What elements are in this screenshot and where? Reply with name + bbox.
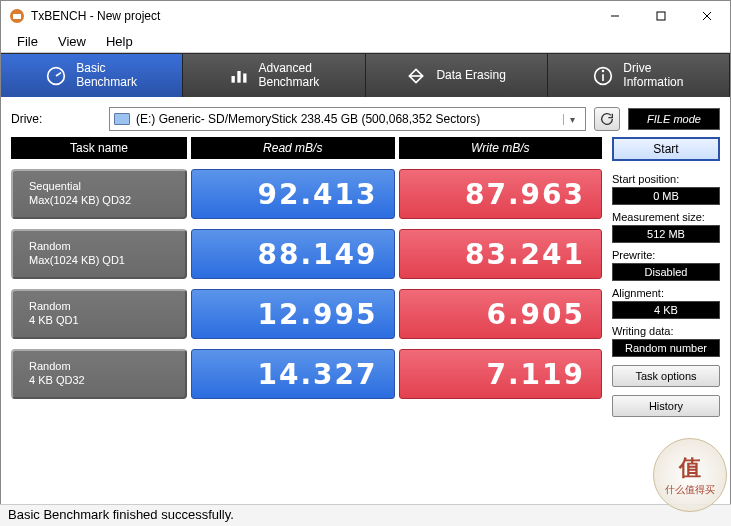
tab-basic-benchmark[interactable]: Basic Benchmark bbox=[1, 54, 183, 97]
menubar: File View Help bbox=[1, 31, 730, 53]
start-position-value[interactable]: 0 MB bbox=[612, 187, 720, 205]
tab-label: Data Erasing bbox=[436, 69, 505, 83]
gauge-icon bbox=[46, 66, 66, 86]
bar-chart-icon bbox=[229, 66, 249, 86]
writing-data-value[interactable]: Random number bbox=[612, 339, 720, 357]
drive-icon bbox=[114, 113, 130, 125]
close-button[interactable] bbox=[684, 1, 730, 31]
start-position-label: Start position: bbox=[612, 173, 720, 185]
task-random-4kb-qd32[interactable]: Random 4 KB QD32 bbox=[11, 349, 187, 399]
write-value: 83.241 bbox=[399, 229, 603, 279]
prewrite-value[interactable]: Disabled bbox=[612, 263, 720, 281]
measurement-size-label: Measurement size: bbox=[612, 211, 720, 223]
tab-label: Drive Information bbox=[623, 62, 683, 90]
tab-advanced-benchmark[interactable]: Advanced Benchmark bbox=[183, 54, 365, 97]
drive-label: Drive: bbox=[11, 112, 101, 126]
menu-view[interactable]: View bbox=[48, 32, 96, 51]
side-panel: Start Start position: 0 MB Measurement s… bbox=[612, 137, 720, 417]
drive-value: (E:) Generic- SD/MemoryStick 238.45 GB (… bbox=[136, 112, 480, 126]
tab-data-erasing[interactable]: Data Erasing bbox=[366, 54, 548, 97]
task-random-4kb-qd1[interactable]: Random 4 KB QD1 bbox=[11, 289, 187, 339]
svg-rect-8 bbox=[231, 76, 234, 83]
result-row: Random Max(1024 KB) QD1 88.149 83.241 bbox=[11, 229, 602, 279]
task-options-button[interactable]: Task options bbox=[612, 365, 720, 387]
app-icon bbox=[9, 8, 25, 24]
tab-label: Basic Benchmark bbox=[76, 62, 137, 90]
history-button[interactable]: History bbox=[612, 395, 720, 417]
refresh-button[interactable] bbox=[594, 107, 620, 131]
read-value: 12.995 bbox=[191, 289, 395, 339]
status-bar: Basic Benchmark finished successfully. bbox=[0, 504, 731, 526]
menu-help[interactable]: Help bbox=[96, 32, 143, 51]
read-value: 14.327 bbox=[191, 349, 395, 399]
window-title: TxBENCH - New project bbox=[31, 9, 592, 23]
alignment-label: Alignment: bbox=[612, 287, 720, 299]
erase-icon bbox=[406, 66, 426, 86]
file-mode-indicator: FILE mode bbox=[628, 108, 720, 130]
writing-data-label: Writing data: bbox=[612, 325, 720, 337]
svg-rect-1 bbox=[13, 14, 21, 19]
drive-row: Drive: (E:) Generic- SD/MemoryStick 238.… bbox=[1, 97, 730, 137]
result-row: Sequential Max(1024 KB) QD32 92.413 87.9… bbox=[11, 169, 602, 219]
task-sequential-qd32[interactable]: Sequential Max(1024 KB) QD32 bbox=[11, 169, 187, 219]
column-headers: Task name Read mB/s Write mB/s bbox=[11, 137, 602, 159]
watermark: 值 什么值得买 bbox=[653, 438, 727, 512]
info-icon bbox=[593, 66, 613, 86]
start-button[interactable]: Start bbox=[612, 137, 720, 161]
prewrite-label: Prewrite: bbox=[612, 249, 720, 261]
alignment-value[interactable]: 4 KB bbox=[612, 301, 720, 319]
header-task: Task name bbox=[11, 137, 187, 159]
minimize-button[interactable] bbox=[592, 1, 638, 31]
titlebar: TxBENCH - New project bbox=[1, 1, 730, 31]
read-value: 88.149 bbox=[191, 229, 395, 279]
svg-line-7 bbox=[56, 72, 61, 75]
svg-rect-3 bbox=[657, 12, 665, 20]
results-pane: Task name Read mB/s Write mB/s Sequentia… bbox=[11, 137, 602, 417]
svg-rect-9 bbox=[237, 71, 240, 83]
menu-file[interactable]: File bbox=[7, 32, 48, 51]
result-row: Random 4 KB QD32 14.327 7.119 bbox=[11, 349, 602, 399]
header-write: Write mB/s bbox=[399, 137, 603, 159]
write-value: 7.119 bbox=[399, 349, 603, 399]
write-value: 6.905 bbox=[399, 289, 603, 339]
tab-drive-information[interactable]: Drive Information bbox=[548, 54, 730, 97]
tab-strip: Basic Benchmark Advanced Benchmark Data … bbox=[1, 53, 730, 97]
maximize-button[interactable] bbox=[638, 1, 684, 31]
result-row: Random 4 KB QD1 12.995 6.905 bbox=[11, 289, 602, 339]
task-random-qd1-max[interactable]: Random Max(1024 KB) QD1 bbox=[11, 229, 187, 279]
svg-rect-10 bbox=[243, 73, 246, 82]
write-value: 87.963 bbox=[399, 169, 603, 219]
tab-label: Advanced Benchmark bbox=[259, 62, 320, 90]
measurement-size-value[interactable]: 512 MB bbox=[612, 225, 720, 243]
chevron-down-icon: ▾ bbox=[563, 114, 581, 125]
header-read: Read mB/s bbox=[191, 137, 395, 159]
svg-point-14 bbox=[602, 69, 605, 72]
read-value: 92.413 bbox=[191, 169, 395, 219]
drive-select[interactable]: (E:) Generic- SD/MemoryStick 238.45 GB (… bbox=[109, 107, 586, 131]
